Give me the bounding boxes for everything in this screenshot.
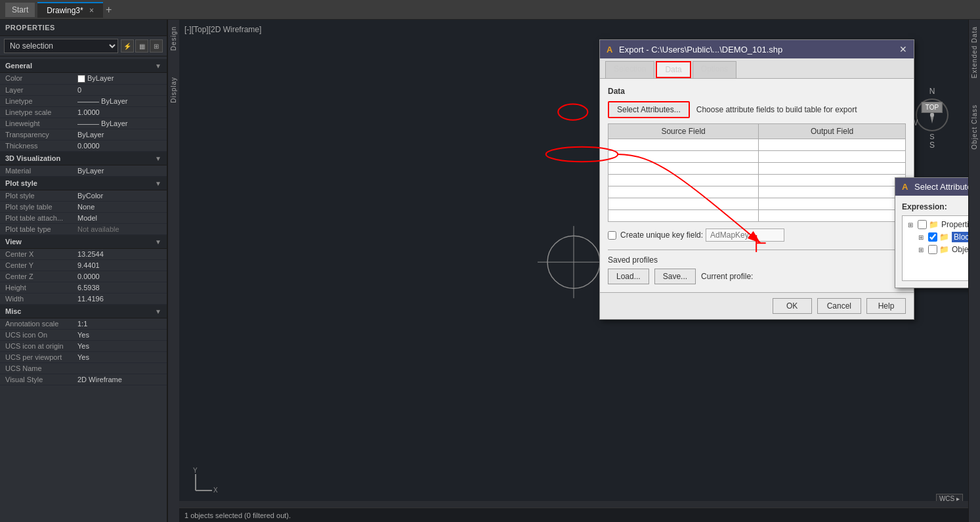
export-dialog-body: Data Select Attributes... Choose attribu…: [600, 79, 914, 292]
select-filter-icon[interactable]: ▦: [135, 39, 148, 53]
drawing-tab-label: Drawing3*: [47, 6, 83, 15]
save-profile-button[interactable]: Save...: [654, 269, 696, 284]
prop-ucs-per-viewport-value: Yes: [77, 353, 89, 361]
side-tab-extended-data[interactable]: Extended Data: [971, 26, 978, 78]
right-side-tabs: Extended Data Object Class: [968, 20, 980, 522]
prop-plot-attach: Plot table attach... Model: [0, 213, 167, 224]
compass: N TOP W S S: [909, 85, 955, 164]
section-misc[interactable]: Misc ▼: [0, 305, 167, 318]
status-bar: 1 objects selected (0 filtered out).: [179, 508, 968, 522]
section-view-label: View: [5, 238, 22, 246]
tab-data[interactable]: Data: [656, 61, 691, 78]
export-cancel-button[interactable]: Cancel: [817, 298, 861, 314]
viewport-label: [-][Top][2D Wireframe]: [184, 25, 261, 34]
prop-center-y: Center Y 9.4401: [0, 260, 167, 271]
section-3d-label: 3D Visualization: [5, 154, 60, 162]
prop-color-label: Color: [5, 74, 77, 83]
prop-center-y-value: 9.4401: [77, 261, 100, 269]
quick-select-icon[interactable]: ⚡: [121, 39, 134, 53]
export-dialog-title-area: A Export - C:\Users\Public\...\DEMO_101.…: [607, 45, 782, 54]
export-help-button[interactable]: Help: [866, 298, 906, 314]
prop-width-label: Width: [5, 295, 77, 303]
left-panel: PROPERTIES No selection ⚡ ▦ ⊞ General ▼ …: [0, 20, 167, 522]
selection-dropdown[interactable]: No selection: [4, 39, 118, 53]
selection-row: No selection ⚡ ▦ ⊞: [0, 36, 167, 56]
export-dialog-close-icon[interactable]: ✕: [899, 44, 907, 54]
prop-thickness-value: 0.0000: [77, 142, 100, 150]
table-row-4: [608, 175, 906, 186]
object-props-folder-icon: 📁: [939, 245, 949, 254]
section-general[interactable]: General ▼: [0, 59, 167, 73]
sa-content: Expression: ⊞ 📁 Properties ⊞: [895, 196, 968, 288]
sa-expression-label: Expression:: [902, 202, 968, 211]
prop-layer-label: Layer: [5, 86, 77, 94]
side-tab-object-class[interactable]: Object Class: [971, 104, 978, 150]
select-attrs-hint: Choose attribute fields to build table f…: [696, 105, 857, 114]
prop-plot-style-value: ByColor: [77, 192, 103, 200]
section-general-label: General: [5, 62, 32, 70]
side-tab-design[interactable]: Design: [170, 26, 177, 51]
side-tab-display[interactable]: Display: [170, 77, 177, 103]
prop-plot-attach-label: Plot table attach...: [5, 214, 77, 222]
tab-options[interactable]: Options: [692, 61, 736, 78]
section-3d[interactable]: 3D Visualization ▼: [0, 152, 167, 165]
prop-transparency: Transparency ByLayer: [0, 129, 167, 141]
block-attrs-expand-icon[interactable]: ⊞: [916, 234, 926, 241]
prop-height-label: Height: [5, 284, 77, 292]
sa-titlebar: A Select Attributes ✕: [895, 178, 968, 196]
horizontal-scrollbar[interactable]: [179, 501, 968, 508]
add-tab-button[interactable]: +: [106, 4, 112, 16]
prop-height: Height 6.5938: [0, 282, 167, 294]
section-view[interactable]: View ▼: [0, 235, 167, 249]
object-props-label: Object Properties: [952, 245, 968, 254]
prop-ucs-icon-on-label: UCS icon On: [5, 331, 77, 339]
compass-label: S: [909, 133, 955, 141]
svg-text:X: X: [213, 487, 218, 494]
export-title-icon: A: [607, 45, 612, 54]
prop-material-value: ByLayer: [77, 167, 104, 175]
prop-linetype-scale-value: 1.0000: [77, 108, 100, 116]
prop-annotation-scale: Annotation scale 1:1: [0, 318, 167, 330]
svg-text:Y: Y: [193, 468, 198, 474]
start-tab[interactable]: Start: [5, 3, 35, 17]
section-misc-label: Misc: [5, 307, 21, 315]
prop-layer-value: 0: [77, 86, 81, 94]
status-text: 1 objects selected (0 filtered out).: [184, 511, 291, 519]
section-general-arrow: ▼: [155, 62, 161, 70]
ucs-icon: X Y W: [192, 468, 219, 496]
export-dialog-footer: OK Cancel Help: [600, 292, 914, 319]
prop-width-value: 11.4196: [77, 295, 104, 303]
saved-profiles-label: Saved profiles: [608, 255, 906, 265]
table-row-3: [608, 163, 906, 175]
properties-expand-icon[interactable]: ⊞: [905, 221, 916, 228]
key-field-input[interactable]: [706, 228, 784, 242]
prop-center-x: Center X 13.2544: [0, 249, 167, 260]
sa-title-area: A Select Attributes: [902, 182, 968, 192]
tab-selection[interactable]: Selection: [605, 61, 654, 78]
prop-color-value: ByLayer: [77, 74, 114, 83]
section-plot[interactable]: Plot style ▼: [0, 177, 167, 190]
load-profile-button[interactable]: Load...: [608, 269, 649, 284]
block-attrs-checkbox[interactable]: [928, 232, 937, 242]
col-source-field: Source Field: [608, 124, 759, 139]
export-ok-button[interactable]: OK: [773, 298, 812, 314]
current-profile-label: Current profile:: [701, 272, 753, 281]
prop-ucs-icon-on: UCS icon On Yes: [0, 330, 167, 341]
prop-linetype-value: ——— ByLayer: [77, 97, 127, 105]
object-props-checkbox[interactable]: [928, 245, 937, 254]
main-layout: PROPERTIES No selection ⚡ ▦ ⊞ General ▼ …: [0, 20, 980, 522]
section-plot-label: Plot style: [5, 179, 37, 187]
prop-plot-table-value: None: [77, 203, 95, 211]
prop-width: Width 11.4196: [0, 294, 167, 305]
object-props-expand-icon[interactable]: ⊞: [916, 246, 926, 253]
drawing-tab[interactable]: Drawing3* ×: [37, 2, 103, 18]
tab-close-icon[interactable]: ×: [89, 6, 94, 15]
prop-ucs-icon-origin-label: UCS icon at origin: [5, 342, 77, 350]
properties-checkbox[interactable]: [918, 220, 927, 229]
key-field-checkbox[interactable]: [608, 231, 616, 240]
compass-top-box: TOP: [922, 102, 943, 113]
sa-body: Expression: ⊞ 📁 Properties ⊞: [895, 196, 968, 288]
select-all-icon[interactable]: ⊞: [150, 39, 163, 53]
prop-linetype-scale-label: Linetype scale: [5, 108, 77, 116]
select-attributes-button[interactable]: Select Attributes...: [608, 101, 690, 118]
